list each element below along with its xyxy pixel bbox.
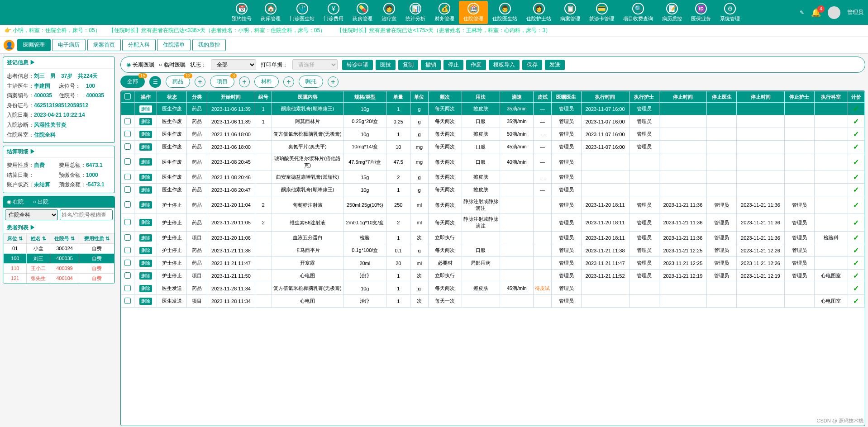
row-check[interactable] bbox=[124, 260, 131, 266]
nav-就诊卡管理[interactable]: 💳就诊卡管理 bbox=[585, 1, 619, 24]
dept-select[interactable]: 住院全科 bbox=[5, 209, 58, 220]
delete-button[interactable]: 删除 bbox=[139, 118, 152, 125]
patient-row[interactable]: 110王小二400099自费 bbox=[4, 263, 114, 273]
radio-longterm[interactable]: ◉ 长期医嘱 bbox=[126, 61, 154, 69]
order-row[interactable]: 删除护士停止药品2023-11-21 11:38卡马西平片0.1g*100/盒0… bbox=[121, 244, 865, 257]
tab-医嘱管理[interactable]: 医嘱管理 bbox=[17, 39, 51, 51]
delete-button[interactable]: 删除 bbox=[139, 131, 152, 138]
tab-住院清单[interactable]: 住院清单 bbox=[157, 39, 191, 51]
avatar[interactable] bbox=[828, 6, 840, 19]
row-check[interactable] bbox=[124, 158, 131, 165]
nav-医保业务[interactable]: 🆔医保业务 bbox=[687, 1, 715, 24]
nav-系统管理[interactable]: ⚙系统管理 bbox=[715, 1, 744, 24]
delete-button[interactable]: 删除 bbox=[139, 143, 152, 151]
btn-撤销[interactable]: 撤销 bbox=[421, 60, 441, 70]
delete-button[interactable]: 删除 bbox=[139, 158, 152, 166]
patient-row[interactable]: 121张先生400104自费 bbox=[4, 273, 114, 283]
radio-inhosp[interactable]: ◉ 在院 bbox=[7, 198, 24, 206]
row-check[interactable] bbox=[124, 219, 131, 225]
row-check[interactable] bbox=[124, 186, 131, 193]
pcol[interactable]: 床位 ⇅ bbox=[4, 233, 27, 243]
nav-药库管理[interactable]: 🏠药库管理 bbox=[256, 1, 285, 24]
order-row[interactable]: 删除护士停止项目2023-11-21 11:50心电图治疗1次立即执行管理员20… bbox=[121, 270, 865, 282]
order-row[interactable]: 删除医生作废药品2023-11-06 18:00奥氮平片(奥夫平)10mg*14… bbox=[121, 141, 865, 153]
status-select[interactable]: 全部 bbox=[211, 59, 256, 70]
delete-button[interactable]: 删除 bbox=[139, 260, 152, 267]
btn-复制[interactable]: 复制 bbox=[398, 60, 418, 70]
pill-全部[interactable]: 全部15 bbox=[120, 76, 145, 88]
pill-嘱托[interactable]: 嘱托 bbox=[299, 76, 323, 88]
delete-button[interactable]: 删除 bbox=[139, 219, 152, 226]
row-check[interactable] bbox=[124, 174, 131, 180]
order-row[interactable]: 删除医生发送项目2023-11-28 11:34心电图治疗1次每天一次管理员心电… bbox=[121, 295, 865, 308]
plus-icon[interactable]: + bbox=[283, 76, 294, 87]
nav-门诊费用[interactable]: ¥门诊费用 bbox=[319, 1, 348, 24]
btn-模板导入[interactable]: 模板导入 bbox=[489, 60, 520, 70]
nav-财务管理[interactable]: 💰财务管理 bbox=[430, 1, 459, 24]
patient-search[interactable] bbox=[60, 209, 113, 220]
grid-wrap[interactable]: 操作状态分类开始时间组号医嘱内容规格/类型单量单位频次用法滴速皮试医嘱医生执行时… bbox=[120, 90, 865, 426]
nav-门诊医生站[interactable]: 🩺门诊医生站 bbox=[285, 1, 319, 24]
plus-icon[interactable]: + bbox=[239, 76, 250, 87]
delete-button[interactable]: 删除 bbox=[139, 234, 152, 242]
nav-预约挂号[interactable]: 📅预约挂号 bbox=[227, 1, 256, 24]
radio-temp[interactable]: ○ 临时医嘱 bbox=[159, 61, 186, 69]
order-row[interactable]: 删除医生作废药品2023-11-06 11:391阿莫西林片0.25g*20/盒… bbox=[121, 115, 865, 128]
pcol[interactable]: 费用性质 ⇅ bbox=[79, 233, 114, 243]
row-check[interactable] bbox=[124, 201, 131, 208]
nav-住院管理[interactable]: 🏥住院管理 bbox=[459, 1, 488, 24]
row-check[interactable] bbox=[124, 247, 131, 253]
edit-icon[interactable]: ✎ bbox=[800, 9, 804, 16]
nav-住院医生站[interactable]: 👨住院医生站 bbox=[488, 1, 522, 24]
row-check[interactable] bbox=[124, 131, 131, 137]
order-row[interactable]: 删除医生作废药品2023-11-06 11:391酮康他索乳膏(顺峰康王)10g… bbox=[121, 103, 865, 115]
pill-项目[interactable]: 项目3 bbox=[210, 76, 234, 88]
btn-停止[interactable]: 停止 bbox=[444, 60, 463, 70]
patient-row[interactable]: 100刘三400035自费 bbox=[4, 253, 114, 263]
order-row[interactable]: 删除医生作废药品2023-11-08 20:45琥珀酸美托洛尔缓释片(倍他洛克)… bbox=[121, 153, 865, 171]
delete-button[interactable]: 删除 bbox=[139, 298, 152, 305]
nav-病案管理[interactable]: 📋病案管理 bbox=[556, 1, 585, 24]
delete-button[interactable]: 删除 bbox=[139, 174, 152, 181]
radio-outhosp[interactable]: ○ 出院 bbox=[33, 198, 48, 206]
delete-button[interactable]: 删除 bbox=[139, 247, 152, 254]
row-check[interactable] bbox=[124, 272, 131, 279]
btn-保存[interactable]: 保存 bbox=[522, 60, 542, 70]
tab-病案首页[interactable]: 病案首页 bbox=[87, 39, 121, 51]
print-select[interactable]: 请选择 bbox=[292, 59, 338, 70]
patient-row[interactable]: 01小盒300024自费 bbox=[4, 243, 114, 253]
btn-医技[interactable]: 医技 bbox=[376, 60, 396, 70]
order-row[interactable]: 删除护士停止项目2023-11-20 11:06血液五分蛋白检验1次立即执行管理… bbox=[121, 232, 865, 244]
order-row[interactable]: 删除护士停止药品2023-11-20 11:052维生素B6注射液2ml:0.1… bbox=[121, 214, 865, 232]
nav-治疗室[interactable]: 🧑治疗室 bbox=[377, 1, 401, 24]
tab-电子病历[interactable]: 电子病历 bbox=[52, 39, 86, 51]
plus-icon[interactable]: + bbox=[195, 76, 205, 87]
row-check[interactable] bbox=[124, 298, 131, 304]
pill-材料[interactable]: 材料 bbox=[254, 76, 279, 88]
btn-作废[interactable]: 作废 bbox=[466, 60, 486, 70]
nav-项目收费查询[interactable]: 🔍项目收费查询 bbox=[619, 1, 658, 24]
person-icon[interactable]: 👤 bbox=[4, 40, 14, 51]
plus-icon[interactable]: + bbox=[328, 76, 339, 87]
row-check[interactable] bbox=[124, 285, 131, 291]
row-check[interactable] bbox=[124, 234, 131, 241]
bell-icon[interactable]: 🔔4 bbox=[811, 8, 821, 18]
delete-button[interactable]: 删除 bbox=[139, 186, 152, 194]
pill-药品[interactable]: 药品12 bbox=[166, 76, 190, 88]
btn-发送[interactable]: 发送 bbox=[545, 60, 565, 70]
order-row[interactable]: 删除医生发送药品2023-11-28 11:34复方倍氯米松樟脑乳膏(无极膏)1… bbox=[121, 282, 865, 295]
delete-button[interactable]: 删除 bbox=[139, 105, 152, 113]
nav-病历质控[interactable]: 📝病历质控 bbox=[658, 1, 687, 24]
menu-icon[interactable]: ☰ bbox=[149, 76, 161, 88]
delete-button[interactable]: 删除 bbox=[139, 272, 152, 280]
order-row[interactable]: 删除医生作废药品2023-11-06 18:00复方倍氯米松樟脑乳膏(无极膏)1… bbox=[121, 128, 865, 141]
pcol[interactable]: 姓名 ⇅ bbox=[27, 233, 50, 243]
order-row[interactable]: 删除医生作废药品2023-11-08 20:47酮康他索乳膏(顺峰康王)10g1… bbox=[121, 184, 865, 196]
col-0[interactable] bbox=[121, 91, 134, 103]
pcol[interactable]: 住院号 ⇅ bbox=[50, 233, 79, 243]
tab-分配入科[interactable]: 分配入科 bbox=[122, 39, 156, 51]
row-check[interactable] bbox=[124, 143, 131, 150]
nav-统计分析[interactable]: 📊统计分析 bbox=[401, 1, 430, 24]
nav-药房管理[interactable]: 💊药房管理 bbox=[348, 1, 377, 24]
delete-button[interactable]: 删除 bbox=[139, 201, 152, 209]
